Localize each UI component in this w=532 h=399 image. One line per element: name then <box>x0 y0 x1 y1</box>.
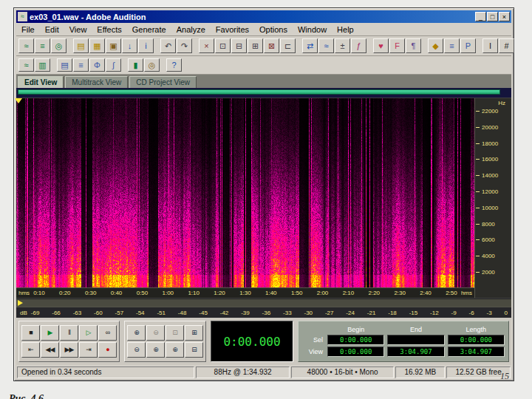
amplify-button[interactable]: ± <box>335 38 350 53</box>
tab-multitrack-view[interactable]: Multitrack View <box>65 76 128 88</box>
menu-item[interactable]: Favorites <box>211 24 254 35</box>
zoom-selection-right-button[interactable]: ⊕ <box>166 342 184 358</box>
zoom-out-full-button[interactable]: ⊖ <box>127 342 146 358</box>
amplitude-ruler[interactable]: dB -69-66-63-60-57-54-51-48-45-42-39-36-… <box>16 307 511 318</box>
file-save-button[interactable]: ▣ <box>106 38 121 53</box>
go-to-end-button[interactable]: ⇥ <box>79 342 98 358</box>
waveform-view-button[interactable]: ≈ <box>18 38 34 53</box>
view-begin-field[interactable]: 0:00.000 <box>327 347 384 357</box>
convert-sample-type-button[interactable]: ⇄ <box>302 38 318 53</box>
marker-button[interactable]: ◆ <box>428 38 443 53</box>
cd-project-button[interactable]: ◎ <box>51 38 66 53</box>
file-new-button[interactable]: ▤ <box>73 38 89 53</box>
waveform-display-button[interactable]: ≈ <box>18 58 34 72</box>
playhead-marker-icon[interactable] <box>15 98 22 103</box>
menu-item[interactable]: Generate <box>127 24 171 35</box>
menu-item[interactable]: Analyze <box>171 24 211 35</box>
properties-button[interactable]: P <box>460 38 476 53</box>
time-ruler[interactable]: hms 0:100:200:300:400:501:001:101:201:30… <box>16 287 474 298</box>
maximize-button[interactable]: □ <box>487 12 498 21</box>
menu-item[interactable]: Help <box>332 24 359 35</box>
script-button[interactable]: ¶ <box>406 38 421 53</box>
close-button[interactable]: × <box>499 12 510 21</box>
rewind-button[interactable]: ◀◀ <box>41 342 59 358</box>
multitrack-view-button[interactable]: ≡ <box>35 38 50 53</box>
play-button[interactable]: ▶ <box>41 325 59 341</box>
zoom-selection-left-button[interactable]: ⊕ <box>146 342 165 358</box>
spectral-display-button[interactable]: ▥ <box>35 58 50 72</box>
trim-button[interactable]: ⊏ <box>280 38 296 53</box>
favorites-button[interactable]: ♥ <box>373 38 389 53</box>
help-button[interactable]: ? <box>166 58 182 72</box>
transport-row-2: ⇤ ◀◀ ▶▶ ⇥ ● <box>21 342 117 358</box>
title-bar[interactable]: ≈ ex03_01.wav - Adobe Audition _ □ × <box>16 10 511 23</box>
spectral-selection-button[interactable]: # <box>499 38 514 53</box>
tick-dash <box>476 191 480 192</box>
overview-scroll-bar[interactable] <box>18 89 500 95</box>
play-to-end-button[interactable]: ▷ <box>79 325 98 341</box>
minimize-button[interactable]: _ <box>475 12 486 21</box>
frequency-tick: 8000 <box>475 221 511 228</box>
transport-button-icon: ▶ <box>48 330 52 336</box>
toolbar-button-icon: i <box>145 42 146 50</box>
frequency-analysis-button[interactable]: ∫ <box>106 58 121 72</box>
file-info-button[interactable]: i <box>138 38 154 53</box>
mixer-button[interactable]: ≡ <box>444 38 460 53</box>
favorite-f-button[interactable]: F <box>389 38 405 53</box>
menu-bar: FileEditViewEffectsGenerateAnalyzeFavori… <box>16 23 511 36</box>
toolbar-button-icon: ◆ <box>432 42 438 50</box>
menu-item[interactable]: Window <box>293 24 332 35</box>
cue-list-button[interactable]: ▤ <box>57 58 72 72</box>
cd-burn-button[interactable]: ◎ <box>144 58 160 72</box>
db-tick: -39 <box>241 310 250 316</box>
undo-button[interactable]: ↶ <box>160 38 176 53</box>
sel-end-field[interactable] <box>387 335 444 345</box>
frequency-tick-label: 22000 <box>482 108 498 115</box>
tab-cd-project-view[interactable]: CD Project View <box>129 76 197 88</box>
sel-length-field[interactable]: 0:00.000 <box>448 335 505 345</box>
view-length-field[interactable]: 3:04.907 <box>448 347 505 357</box>
copy-button[interactable]: ⊡ <box>215 38 231 53</box>
zoom-vertical-button[interactable]: ⊟ <box>185 342 203 358</box>
delete-button[interactable]: ⊠ <box>264 38 279 53</box>
normalize-button[interactable]: ≈ <box>318 38 334 53</box>
effects-rack-button[interactable]: ƒ <box>351 38 366 53</box>
menu-item[interactable]: Options <box>254 24 293 35</box>
tick-dash <box>476 175 480 176</box>
horizontal-scrollbar[interactable] <box>16 299 511 307</box>
play-list-button[interactable]: ≡ <box>73 58 89 72</box>
monitor-record-level-button[interactable]: ▮ <box>128 58 143 72</box>
pause-button[interactable]: ‖ <box>60 325 78 341</box>
time-unit-label: hms <box>18 290 30 296</box>
toolbar-button-icon: ƒ <box>356 42 361 50</box>
cut-button[interactable]: × <box>199 38 214 53</box>
go-to-beginning-button[interactable]: ⇤ <box>21 342 40 358</box>
menu-item[interactable]: Effects <box>92 24 126 35</box>
menu-item[interactable]: View <box>64 24 92 35</box>
record-button[interactable]: ● <box>98 342 117 358</box>
fast-forward-button[interactable]: ▶▶ <box>60 342 78 358</box>
paste-button[interactable]: ⊟ <box>231 38 247 53</box>
zoom-out-button[interactable]: ⊖ <box>146 325 165 341</box>
file-open-button[interactable]: ▦ <box>89 38 105 53</box>
zoom-in-button[interactable]: ⊕ <box>127 325 146 341</box>
db-tick: -48 <box>178 310 187 316</box>
phase-analysis-button[interactable]: Φ <box>89 58 105 72</box>
sel-begin-field[interactable]: 0:00.000 <box>327 335 384 345</box>
file-import-button[interactable]: ↓ <box>122 38 137 53</box>
frequency-ruler[interactable]: Hz 22000 20000 18000 16000 14000 <box>474 98 511 298</box>
zoom-to-window-button[interactable]: ⊞ <box>185 325 203 341</box>
zoom-full-button[interactable]: ⊡ <box>166 325 184 341</box>
selection-tool-button[interactable]: I <box>482 38 498 53</box>
redo-button[interactable]: ↷ <box>177 38 192 53</box>
view-tabs: Edit View Multitrack View CD Project Vie… <box>16 75 511 88</box>
menu-item[interactable]: File <box>16 24 40 35</box>
view-end-field[interactable]: 3:04.907 <box>387 347 444 357</box>
loop-play-button[interactable]: ∞ <box>98 325 117 341</box>
stop-button[interactable]: ■ <box>21 325 40 341</box>
menu-item[interactable]: Edit <box>40 24 64 35</box>
db-tick: 0 <box>505 310 508 316</box>
mix-paste-button[interactable]: ⊞ <box>248 38 263 53</box>
spectrogram-display[interactable] <box>16 98 474 287</box>
tab-edit-view[interactable]: Edit View <box>18 76 64 88</box>
